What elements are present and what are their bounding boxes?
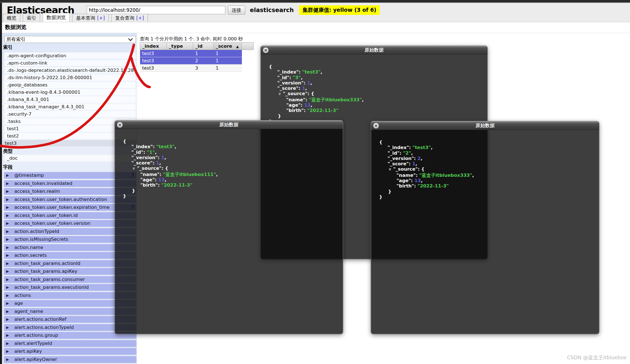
column-header-id[interactable]: _id — [193, 43, 214, 50]
index-filter-select[interactable]: 所有索引 — [4, 36, 136, 43]
index-item[interactable]: .ds-.logs-deprecation.elasticsearch-defa… — [4, 67, 136, 74]
expand-triangle-icon[interactable]: ▶ — [6, 308, 9, 315]
expand-triangle-icon[interactable]: ▶ — [6, 284, 9, 291]
json-token: , — [362, 97, 364, 102]
collapse-triangle-icon[interactable]: ▼ — [278, 92, 281, 96]
json-token: "_source" — [137, 166, 161, 171]
index-item[interactable]: .ds-ilm-history-5-2022.10.28-000001 — [4, 74, 136, 81]
field-item[interactable]: ▶alert.apiKeyOwner — [4, 356, 136, 363]
expand-triangle-icon[interactable]: ▶ — [6, 180, 9, 187]
expand-triangle-icon[interactable]: ▶ — [6, 204, 9, 211]
json-token: : — [414, 156, 417, 161]
close-icon[interactable]: × — [263, 47, 269, 53]
close-icon[interactable]: × — [373, 123, 379, 129]
expand-triangle-icon[interactable]: ▶ — [6, 324, 9, 331]
json-token: , — [310, 80, 312, 86]
cell-id: 3 — [193, 65, 214, 72]
json-line: } — [379, 189, 599, 194]
field-name: access_token.user_token.version — [14, 221, 90, 226]
expand-triangle-icon[interactable]: ▶ — [6, 332, 9, 339]
field-item[interactable]: ▶alert.alertTypeId — [4, 340, 136, 347]
json-number: 1 — [161, 155, 164, 160]
expand-triangle-icon[interactable]: ▶ — [6, 244, 9, 251]
column-header-score[interactable]: _score▲ — [214, 43, 242, 50]
json-token: : — [400, 150, 403, 156]
modal-title: 原始数据 — [371, 121, 599, 130]
json-line: ▼"_source": { — [379, 166, 599, 172]
tab-0[interactable]: 概览 — [3, 14, 20, 22]
expand-triangle-icon[interactable]: ▶ — [6, 188, 9, 195]
index-item[interactable]: .geoip_databases — [4, 82, 136, 88]
modal-titlebar[interactable]: ×原始数据 — [260, 45, 488, 54]
tab-2[interactable]: 数据浏览 — [43, 13, 70, 22]
results-table: _index_type_id_score▲ test311test321test… — [140, 42, 254, 72]
json-token: "_id" — [277, 75, 289, 80]
cell-index: test3 — [140, 57, 167, 65]
connect-button[interactable]: 连接 — [228, 6, 245, 15]
json-token: "name" — [140, 172, 159, 177]
field-item[interactable]: ▶alert.apiKey — [4, 348, 136, 355]
json-token: : — [409, 145, 413, 150]
index-item[interactable]: .apm-agent-configuration — [4, 52, 136, 59]
field-name: alert.apiKeyOwner — [14, 357, 57, 362]
index-filter-value: 所有索引 — [5, 36, 129, 43]
index-item[interactable]: .security-7 — [4, 111, 136, 117]
expand-triangle-icon[interactable]: ▶ — [6, 300, 9, 307]
json-token: } — [379, 194, 382, 200]
json-token: , — [421, 156, 422, 161]
modal-titlebar[interactable]: ×原始数据 — [371, 121, 599, 130]
expand-triangle-icon[interactable]: ▶ — [6, 268, 9, 275]
json-number: 1 — [302, 86, 305, 91]
indices-section-label: 索引 — [3, 44, 13, 51]
json-line: "name": "蓝盒子itbluebox333", — [379, 173, 599, 178]
json-line: { — [269, 64, 487, 69]
cell-index: test3 — [140, 50, 167, 57]
expand-triangle-icon[interactable]: ▶ — [6, 196, 9, 203]
tab-1[interactable]: 索引 — [23, 14, 40, 22]
expand-triangle-icon[interactable]: ▶ — [6, 228, 9, 235]
expand-triangle-icon[interactable]: ▶ — [6, 212, 9, 219]
json-number: 13 — [414, 178, 421, 183]
expand-triangle-icon[interactable]: ▶ — [6, 276, 9, 283]
json-token: "_version" — [277, 80, 304, 86]
json-token: , — [301, 75, 303, 80]
json-string: "2" — [403, 150, 411, 156]
json-token: : — [416, 173, 419, 178]
tab-4[interactable]: 复合查询[+] — [111, 14, 148, 22]
json-token: , — [175, 144, 176, 149]
collapse-triangle-icon[interactable]: ▼ — [132, 167, 135, 171]
column-header-type[interactable]: _type — [167, 43, 193, 50]
field-name: alert.actions.actionRef — [14, 317, 66, 322]
expand-triangle-icon[interactable]: ▶ — [6, 172, 9, 179]
column-header-index[interactable]: _index — [140, 43, 167, 50]
expand-triangle-icon[interactable]: ▶ — [6, 356, 9, 363]
expand-triangle-icon[interactable]: ▶ — [6, 260, 9, 267]
json-token: , — [421, 178, 423, 183]
expand-triangle-icon[interactable]: ▶ — [6, 348, 9, 355]
modal-titlebar[interactable]: ×原始数据 — [114, 120, 343, 129]
close-icon[interactable]: × — [117, 122, 123, 128]
result-row-selected[interactable]: test311 — [140, 50, 254, 57]
json-line: } — [123, 193, 343, 199]
tab-3[interactable]: 基本查询[+] — [72, 14, 109, 22]
result-row[interactable]: test331 — [140, 65, 254, 72]
index-item[interactable]: .kibana_8.4.3_001 — [4, 96, 136, 103]
field-name: action_task_params.actionId — [14, 261, 81, 266]
expand-triangle-icon[interactable]: ▶ — [6, 316, 9, 323]
index-item[interactable]: .kibana-event-log-8.4.3-000001 — [4, 89, 136, 95]
expand-triangle-icon[interactable]: ▶ — [6, 220, 9, 227]
field-name: agent_name — [14, 309, 43, 314]
expand-triangle-icon[interactable]: ▶ — [6, 236, 9, 243]
expand-triangle-icon[interactable]: ▶ — [6, 292, 9, 299]
collapse-triangle-icon[interactable]: ▼ — [389, 168, 391, 171]
index-item[interactable]: .kibana_task_manager_8.4.3_001 — [4, 104, 136, 110]
json-line: "_score": 1, — [123, 160, 343, 166]
json-token: , — [155, 150, 157, 155]
json-token: "birth" — [286, 108, 304, 113]
json-token: , — [305, 86, 307, 91]
query-summary: 查询 1 个分片中用的 1 个. 3 命中. 耗时 0.000 秒 — [140, 36, 243, 42]
index-item[interactable]: .apm-custom-link — [4, 60, 136, 66]
result-row-selected[interactable]: test321 — [140, 57, 254, 65]
expand-triangle-icon[interactable]: ▶ — [6, 340, 9, 347]
expand-triangle-icon[interactable]: ▶ — [6, 252, 9, 259]
